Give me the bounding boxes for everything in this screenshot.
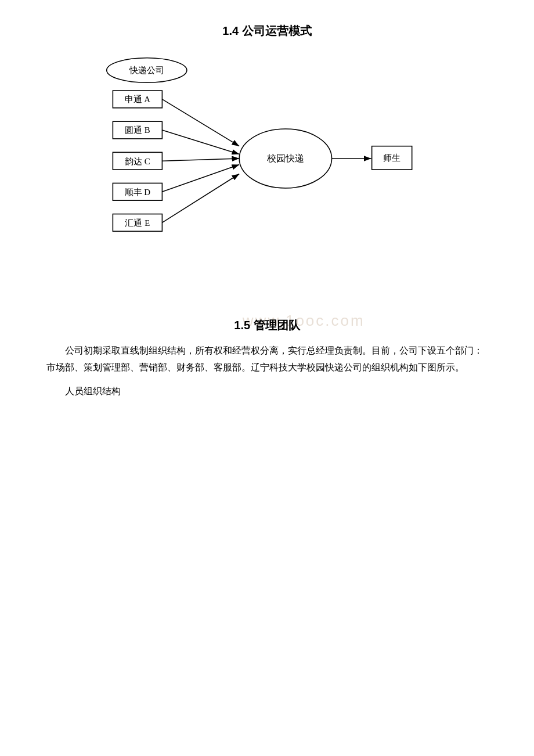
svg-line-8 [162, 99, 239, 146]
spacer [46, 260, 488, 294]
section-15: www.1ooc.com 1.5 管理团队 公司初期采取直线制组织结构，所有权和… [46, 318, 488, 399]
section-15-body: 公司初期采取直线制组织结构，所有权和经营权分离，实行总经理负责制。目前，公司下设… [46, 343, 488, 376]
diagram-container: 快递公司 申通 A 圆通 B 韵达 C 顺丰 D 汇通 E 校园快递 [46, 51, 488, 248]
svg-line-9 [162, 130, 239, 154]
box-b-label: 圆通 B [125, 125, 150, 135]
svg-line-11 [162, 165, 239, 192]
diagram-svg: 快递公司 申通 A 圆通 B 韵达 C 顺丰 D 汇通 E 校园快递 [46, 51, 488, 248]
section-15-title: 1.5 管理团队 [46, 318, 488, 333]
right-label: 师生 [383, 153, 400, 163]
svg-line-12 [162, 174, 239, 223]
box-e-label: 汇通 E [125, 218, 150, 228]
box-c-label: 韵达 C [125, 157, 150, 166]
box-a-label: 申通 A [125, 95, 151, 104]
section-14: 1.4 公司运营模式 快递公司 申通 A 圆通 B 韵达 C 顺丰 D [46, 23, 488, 248]
page: 1.4 公司运营模式 快递公司 申通 A 圆通 B 韵达 C 顺丰 D [0, 0, 534, 756]
section-15-subheading: 人员组织结构 [46, 383, 488, 400]
svg-line-10 [162, 159, 239, 161]
box-d-label: 顺丰 D [125, 188, 151, 197]
center-label: 校园快递 [266, 153, 304, 163]
section-14-title: 1.4 公司运营模式 [46, 23, 488, 39]
courier-company-label: 快递公司 [129, 66, 164, 75]
